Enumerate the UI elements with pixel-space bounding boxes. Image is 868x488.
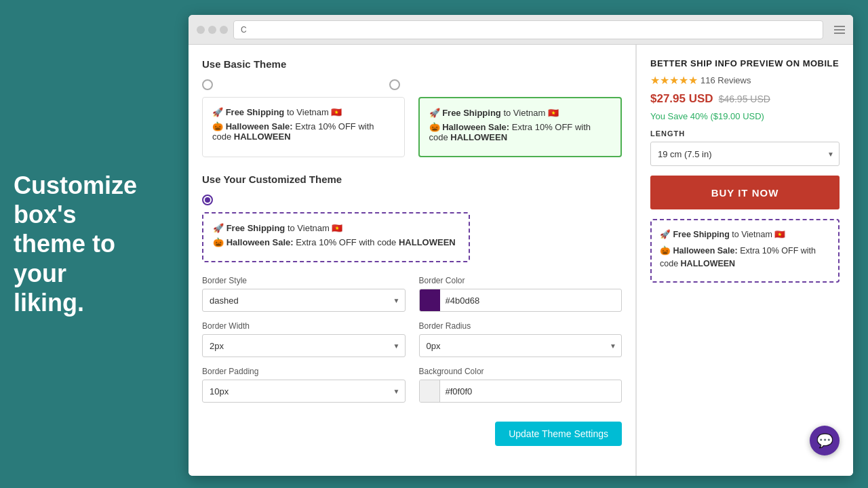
custom-box-line1: 🚀 Free Shipping to Vietnam 🇻🇳 bbox=[213, 223, 459, 233]
browser-menu-icon[interactable] bbox=[834, 26, 845, 34]
browser-toolbar: C bbox=[189, 15, 853, 45]
bg-color-input-wrap bbox=[419, 380, 623, 403]
customized-preview-box: 🚀 Free Shipping to Vietnam 🇻🇳 🎃 Hallowee… bbox=[202, 212, 470, 262]
preview-ship-line2: 🎃 Halloween Sale: Extra 10% OFF with cod… bbox=[660, 245, 830, 270]
border-color-input-wrap bbox=[419, 289, 623, 312]
buy-now-button[interactable]: BUY IT NOW bbox=[650, 176, 840, 209]
border-radius-select-wrap: 0px 4px 8px 12px ▼ bbox=[419, 334, 623, 357]
hero-line1: Customize box's bbox=[14, 171, 137, 228]
border-color-group: Border Color bbox=[419, 276, 623, 312]
basic-theme-box-1: 🚀 Free Shipping to Vietnam 🇻🇳 🎃 Hallowee… bbox=[202, 97, 405, 157]
length-select-wrap: 19 cm (7.5 in) ▼ bbox=[650, 142, 840, 166]
basic-box2-line2: 🎃 Halloween Sale: Extra 10% OFF with cod… bbox=[429, 122, 612, 142]
chat-bubble[interactable]: 💬 bbox=[810, 426, 840, 455]
bg-color-label: Background Color bbox=[419, 367, 623, 376]
basic-box2-line1: 🚀 Free Shipping to Vietnam 🇻🇳 bbox=[429, 108, 612, 118]
browser-window: C Use Basic Theme 🚀 Free Shipping to Vie… bbox=[189, 15, 853, 476]
border-style-group: Border Style solid dashed dotted double … bbox=[202, 276, 406, 312]
preview-title: BETTER SHIP INFO PREVIEW ON MOBILE bbox=[650, 58, 840, 68]
rating-row: ★★★★★ 116 Reviews bbox=[650, 74, 840, 87]
border-width-group: Border Width 1px 2px 3px 4px ▼ bbox=[202, 321, 406, 357]
menu-line3 bbox=[834, 33, 845, 34]
customized-section: Use Your Customized Theme 🚀 Free Shippin… bbox=[202, 174, 622, 403]
customized-radio-row bbox=[202, 195, 622, 205]
url-bar[interactable]: C bbox=[233, 20, 823, 39]
price-row: $27.95 USD $46.95 USD bbox=[650, 92, 840, 106]
bg-color-text[interactable] bbox=[440, 386, 622, 396]
basic-box1-line2: 🎃 Halloween Sale: Extra 10% OFF with cod… bbox=[212, 121, 395, 142]
hero-line2: theme to your bbox=[14, 230, 115, 287]
basic-theme-box-2: 🚀 Free Shipping to Vietnam 🇻🇳 🎃 Hallowee… bbox=[418, 97, 623, 157]
update-theme-button[interactable]: Update Theme Settings bbox=[495, 422, 622, 446]
hero-line3: liking. bbox=[14, 289, 84, 317]
border-color-label: Border Color bbox=[419, 276, 623, 285]
border-radius-group: Border Radius 0px 4px 8px 12px ▼ bbox=[419, 321, 623, 357]
menu-line2 bbox=[834, 29, 845, 30]
preview-ship-line1: 🚀 Free Shipping to Vietnam 🇻🇳 bbox=[660, 228, 830, 241]
border-padding-label: Border Padding bbox=[202, 367, 406, 376]
savings-text: You Save 40% ($19.00 USD) bbox=[650, 111, 840, 121]
border-radius-select[interactable]: 0px 4px 8px 12px bbox=[419, 334, 623, 357]
main-panel: Use Basic Theme 🚀 Free Shipping to Vietn… bbox=[189, 45, 636, 476]
basic-theme-radio-row bbox=[202, 79, 622, 90]
dot-yellow bbox=[208, 26, 216, 34]
border-style-select-wrap: solid dashed dotted double none ▼ bbox=[202, 289, 406, 312]
browser-dots bbox=[197, 26, 228, 34]
chat-icon: 💬 bbox=[816, 432, 833, 449]
basic-box1-line1: 🚀 Free Shipping to Vietnam 🇻🇳 bbox=[212, 107, 395, 117]
bg-color-swatch[interactable] bbox=[420, 380, 440, 402]
border-color-swatch[interactable] bbox=[420, 289, 440, 311]
price-original: $46.95 USD bbox=[719, 94, 770, 104]
border-padding-group: Border Padding 5px 8px 10px 12px 15px ▼ bbox=[202, 367, 406, 403]
menu-line1 bbox=[834, 26, 845, 27]
border-width-label: Border Width bbox=[202, 321, 406, 331]
border-padding-select-wrap: 5px 8px 10px 12px 15px ▼ bbox=[202, 380, 406, 403]
dot-red bbox=[197, 26, 205, 34]
border-padding-select[interactable]: 5px 8px 10px 12px 15px bbox=[202, 380, 406, 403]
border-radius-label: Border Radius bbox=[419, 321, 623, 331]
preview-ship-box: 🚀 Free Shipping to Vietnam 🇻🇳 🎃 Hallowee… bbox=[650, 219, 840, 283]
basic-radio-2[interactable] bbox=[389, 79, 400, 90]
dot-green bbox=[220, 26, 228, 34]
custom-box-line2: 🎃 Halloween Sale: Extra 10% OFF with cod… bbox=[213, 237, 459, 247]
basic-theme-title: Use Basic Theme bbox=[202, 58, 622, 70]
customized-theme-title: Use Your Customized Theme bbox=[202, 174, 622, 185]
star-rating: ★★★★★ bbox=[650, 74, 698, 87]
border-width-select-wrap: 1px 2px 3px 4px ▼ bbox=[202, 334, 406, 357]
review-count: 116 Reviews bbox=[701, 75, 751, 85]
bg-color-group: Background Color bbox=[419, 367, 623, 403]
basic-theme-previews: 🚀 Free Shipping to Vietnam 🇻🇳 🎃 Hallowee… bbox=[202, 97, 622, 157]
theme-form: Border Style solid dashed dotted double … bbox=[202, 276, 622, 403]
customized-radio[interactable] bbox=[202, 195, 213, 205]
hero-text: Customize box's theme to your liking. bbox=[14, 171, 170, 317]
url-text: C bbox=[241, 25, 247, 35]
border-width-select[interactable]: 1px 2px 3px 4px bbox=[202, 334, 406, 357]
border-color-text[interactable] bbox=[440, 296, 622, 306]
basic-radio-1[interactable] bbox=[202, 79, 213, 90]
price-current: $27.95 USD bbox=[650, 92, 713, 106]
border-style-select[interactable]: solid dashed dotted double none bbox=[202, 289, 406, 312]
right-panel: BETTER SHIP INFO PREVIEW ON MOBILE ★★★★★… bbox=[636, 45, 853, 476]
browser-content: Use Basic Theme 🚀 Free Shipping to Vietn… bbox=[189, 45, 853, 476]
length-label: LENGTH bbox=[650, 129, 840, 138]
length-select[interactable]: 19 cm (7.5 in) bbox=[650, 142, 840, 166]
border-style-label: Border Style bbox=[202, 276, 406, 285]
